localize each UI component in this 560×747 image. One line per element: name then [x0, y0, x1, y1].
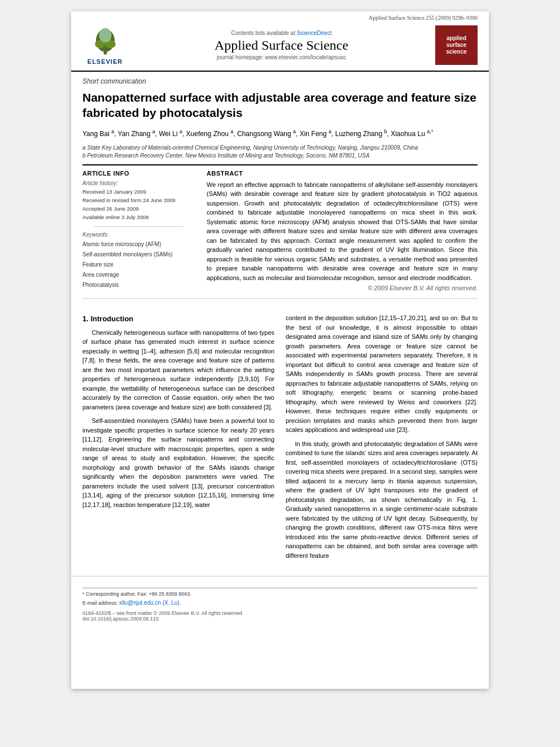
journal-logo-right: applied surface science [435, 25, 478, 65]
issn-line: 0169-4332/$ – see front matter © 2009 El… [82, 610, 478, 616]
elsevier-text: ELSEVIER [88, 58, 123, 65]
history-label: Article history: [82, 180, 195, 186]
email-link[interactable]: xllu@njut.edu.cn (X. Lu). [119, 600, 181, 606]
article-info-abstract: Article Info Article history: Received 1… [71, 170, 489, 292]
corresponding-note: * Corresponding author. Fax: +86 25 8358… [82, 591, 478, 599]
doi-line: doi:10.1016/j.apsusc.2009.06.115 [82, 616, 478, 622]
intro-paragraph-2: Self-assembled monolayers (SAMs) have be… [82, 416, 274, 509]
keyword-1: Atomic force microscopy (AFM) [82, 239, 195, 250]
article-info-label: Article Info [82, 170, 195, 177]
keyword-3: Feature size [82, 260, 195, 270]
body-left-column: 1. Introduction Chemically heterogeneous… [82, 313, 274, 565]
article-type: Short communication [71, 72, 489, 88]
keywords-section: Keywords: Atomic force microscopy (AFM) … [82, 231, 195, 290]
author-list: Yang Bai a, Yan Zhang a, Wei Li a, Xuefe… [82, 130, 433, 138]
contents-line: Contents lists available at ScienceDirec… [128, 30, 435, 36]
date-received: Received 13 January 2009 Received in rev… [82, 187, 195, 222]
main-content: 1. Introduction Chemically heterogeneous… [71, 301, 489, 565]
header-divider [82, 164, 478, 165]
keyword-4: Area coverage [82, 270, 195, 280]
intro-paragraph-3: content in the deposition solution [12,1… [286, 313, 478, 435]
article-info-column: Article Info Article history: Received 1… [82, 170, 195, 292]
affiliation-b: b Petroleum Research Recovery Center, Ne… [82, 152, 478, 160]
section-divider [82, 298, 478, 299]
introduction-heading: 1. Introduction [82, 313, 274, 325]
authors: Yang Bai a, Yan Zhang a, Wei Li a, Xuefe… [71, 125, 489, 142]
elsevier-tree-icon [90, 26, 121, 57]
svg-point-4 [99, 28, 111, 42]
intro-paragraph-1: Chemically heterogeneous surface with na… [82, 328, 274, 412]
journal-header: Applied Surface Science 255 (2009) 9296–… [71, 11, 489, 72]
journal-banner: ELSEVIER Contents lists available at Sci… [82, 23, 478, 67]
footer-meta: 0169-4332/$ – see front matter © 2009 El… [82, 610, 478, 622]
meta-citation: Applied Surface Science 255 (2009) 9296–… [369, 15, 478, 21]
keyword-5: Photocatalysis [82, 280, 195, 290]
journal-title: Applied Surface Science [128, 38, 435, 53]
email-line: E-mail address: xllu@njut.edu.cn (X. Lu)… [82, 599, 478, 608]
footnote: * Corresponding author. Fax: +86 25 8358… [82, 588, 478, 607]
journal-homepage: journal homepage: www.elsevier.com/locat… [128, 54, 435, 60]
body-right-column: content in the deposition solution [12,1… [286, 313, 478, 565]
keyword-2: Self-assembled monolayers (SAMs) [82, 250, 195, 260]
affiliation-a: a State Key Laboratory of Materials-orie… [82, 144, 478, 152]
journal-center: Contents lists available at ScienceDirec… [128, 30, 435, 60]
abstract-text: We report an effective approach to fabri… [207, 180, 478, 283]
logo-title-line1: applied [447, 35, 466, 42]
logo-title-line2: surface [447, 42, 467, 49]
keywords-label: Keywords: [82, 231, 195, 238]
journal-meta-top: Applied Surface Science 255 (2009) 9296–… [82, 15, 478, 21]
article-page: Applied Surface Science 255 (2009) 9296–… [71, 11, 489, 689]
abstract-copyright: © 2009 Elsevier B.V. All rights reserved… [207, 285, 478, 291]
abstract-label: Abstract [207, 170, 478, 177]
elsevier-logo: ELSEVIER [82, 26, 128, 65]
page-footer: * Corresponding author. Fax: +86 25 8358… [71, 576, 489, 627]
sciencedirect-link[interactable]: ScienceDirect [297, 30, 332, 36]
abstract-column: Abstract We report an effective approach… [207, 170, 478, 292]
affiliations: a State Key Laboratory of Materials-orie… [71, 142, 489, 164]
body-columns: 1. Introduction Chemically heterogeneous… [82, 313, 478, 565]
article-title: Nanopatterned surface with adjustable ar… [71, 88, 489, 125]
info-divider [94, 226, 184, 227]
intro-paragraph-4: In this study, growth and photocatalytic… [286, 439, 478, 561]
logo-title-line3: science [446, 49, 467, 55]
article-history: Article history: Received 13 January 200… [82, 180, 195, 222]
